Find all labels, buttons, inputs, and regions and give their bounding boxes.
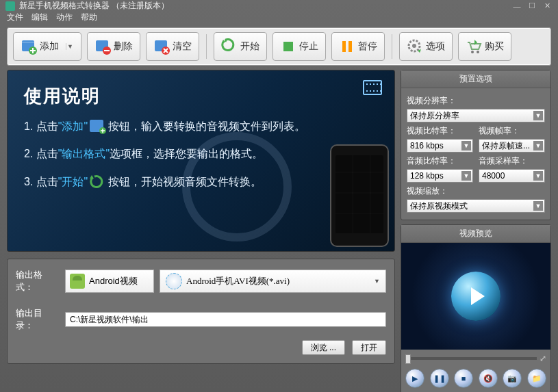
output-format-label: 输出格式：	[16, 269, 60, 293]
menu-action[interactable]: 动作	[56, 12, 73, 23]
pause-button[interactable]: 暂停	[331, 32, 385, 61]
folder-button[interactable]: 📁	[527, 369, 546, 388]
open-button[interactable]: 打开	[352, 340, 386, 355]
add-icon	[89, 119, 107, 134]
delete-icon	[94, 38, 111, 55]
video-resolution-select[interactable]: 保持原分辨率▼	[407, 109, 545, 122]
close-button[interactable]: ✕	[542, 1, 553, 11]
output-format-category[interactable]: Android视频	[65, 270, 154, 293]
chevron-down-icon: ▼	[66, 43, 74, 50]
svg-rect-7	[283, 42, 293, 51]
output-format-profile[interactable]: Android手机AVI视频(*.avi) ▼	[160, 270, 386, 293]
svg-rect-1	[22, 42, 34, 43]
play-orb-icon	[451, 272, 500, 321]
delete-button[interactable]: 删除	[87, 32, 140, 61]
audio-bitrate-select[interactable]: 128 kbps▼	[407, 169, 473, 183]
preset-title: 预置选项	[401, 70, 550, 88]
chevron-down-icon: ▼	[374, 278, 380, 285]
buy-button[interactable]: 购买	[458, 32, 511, 61]
maximize-button[interactable]: ☐	[527, 1, 537, 11]
svg-rect-9	[348, 41, 352, 52]
film-icon	[363, 80, 382, 95]
mute-button[interactable]: 🔇	[479, 369, 498, 388]
refresh-icon	[89, 174, 107, 190]
menu-help[interactable]: 帮助	[81, 12, 97, 23]
video-fps-select[interactable]: 保持原帧速...▼	[479, 139, 545, 153]
stop-icon	[280, 38, 296, 55]
reel-graphic	[182, 132, 292, 241]
start-icon	[221, 38, 238, 55]
stop-button[interactable]: ■	[454, 369, 473, 388]
output-dir-input[interactable]	[65, 312, 386, 327]
output-panel: 输出格式： Android视频 Android手机AVI视频(*.avi) ▼ …	[7, 259, 395, 364]
options-button[interactable]: 选项	[399, 32, 453, 61]
window-title: 新星手机视频格式转换器 （未注册版本）	[19, 0, 169, 12]
svg-point-12	[471, 51, 474, 53]
output-dir-label: 输出目录：	[16, 307, 60, 332]
phone-graphic	[330, 144, 389, 247]
title-bar: 新星手机视频格式转换器 （未注册版本） — ☐ ✕	[0, 0, 558, 12]
expand-icon[interactable]: ⤢	[540, 354, 546, 363]
usage-heading: 使用说明	[24, 84, 378, 108]
svg-point-13	[477, 51, 479, 53]
preview-panel: 视频预览 ⤢ ▶ ❚❚ ■ 🔇 📷 📁	[401, 224, 551, 392]
browse-button[interactable]: 浏览 ...	[302, 340, 345, 355]
play-button[interactable]: ▶	[405, 369, 424, 388]
usage-banner: 使用说明 1. 点击"添加" 按钮，输入要转换的音视频文件到列表。 2. 点击"…	[7, 70, 395, 252]
minimize-button[interactable]: —	[511, 1, 522, 11]
audio-samplerate-select[interactable]: 48000▼	[479, 169, 545, 183]
android-icon	[70, 274, 85, 289]
video-scale-select[interactable]: 保持原视频模式▼	[407, 199, 545, 213]
menu-edit[interactable]: 编辑	[31, 12, 48, 23]
svg-rect-8	[342, 41, 346, 52]
clear-button[interactable]: 清空	[146, 32, 199, 61]
usage-step-1: 1. 点击"添加" 按钮，输入要转换的音视频文件到列表。	[24, 119, 378, 134]
svg-point-11	[412, 44, 416, 48]
preview-title: 视频预览	[401, 225, 550, 243]
stop-button[interactable]: 停止	[272, 32, 326, 61]
menu-file[interactable]: 文件	[7, 12, 23, 23]
preset-panel: 预置选项 视频分辨率： 保持原分辨率▼ 视频比特率： 816 kbps▼ 视频帧…	[401, 70, 551, 220]
menu-bar: 文件 编辑 动作 帮助	[0, 12, 558, 23]
toolbar: 添加 ▼ 删除 清空 开始 停止 暂停 选项	[7, 27, 551, 66]
pause-button[interactable]: ❚❚	[430, 369, 449, 388]
seek-slider[interactable]	[405, 357, 537, 360]
avi-icon	[166, 273, 182, 289]
cart-icon	[466, 38, 482, 55]
clear-icon	[153, 38, 170, 55]
pause-icon	[339, 38, 355, 55]
add-icon	[21, 38, 37, 55]
start-button[interactable]: 开始	[214, 32, 267, 61]
add-button[interactable]: 添加 ▼	[13, 32, 81, 61]
snapshot-button[interactable]: 📷	[503, 369, 522, 388]
app-icon	[5, 1, 15, 11]
video-preview-area	[401, 243, 550, 350]
video-bitrate-select[interactable]: 816 kbps▼	[407, 139, 473, 153]
gear-icon	[407, 38, 423, 55]
